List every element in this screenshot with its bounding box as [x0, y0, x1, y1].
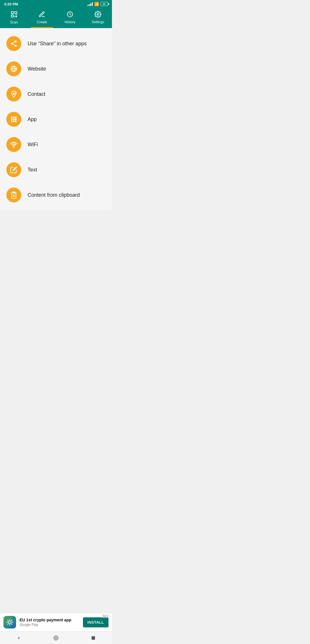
- svg-point-29: [13, 147, 14, 147]
- text-label: Text: [28, 167, 37, 173]
- list-item-wifi[interactable]: WiFi: [0, 132, 112, 157]
- wifi-icon-circle: [6, 137, 21, 152]
- status-icons: 📶 86: [88, 2, 108, 6]
- svg-rect-25: [15, 118, 16, 120]
- svg-point-10: [15, 40, 17, 42]
- contact-label: Contact: [28, 91, 45, 97]
- settings-icon: [94, 11, 101, 19]
- battery-icon: 86: [100, 2, 108, 6]
- status-bar: 4:20 PM 📶 86: [0, 0, 112, 8]
- list-item-app[interactable]: App: [0, 107, 112, 132]
- create-icon: [38, 11, 45, 19]
- signal-icon: [88, 2, 93, 6]
- tab-scan[interactable]: Scan: [0, 8, 28, 28]
- app-label: App: [28, 116, 37, 122]
- tab-create[interactable]: Create: [28, 8, 56, 28]
- svg-point-9: [97, 13, 99, 15]
- svg-rect-26: [11, 120, 12, 122]
- nav-tabs: Scan Create History Set: [0, 8, 112, 28]
- svg-rect-0: [11, 11, 13, 14]
- tab-settings-label: Settings: [92, 20, 104, 24]
- svg-point-12: [15, 45, 17, 47]
- svg-line-13: [13, 44, 15, 45]
- svg-rect-1: [15, 11, 17, 14]
- history-icon: [67, 11, 73, 19]
- clipboard-label: Content from clipboard: [28, 192, 80, 198]
- wifi-label: WiFi: [28, 142, 38, 148]
- text-icon-circle: [6, 162, 21, 177]
- svg-rect-28: [15, 120, 16, 122]
- svg-rect-22: [15, 116, 16, 118]
- main-content: Use “Share” in other apps Website Contac…: [0, 28, 112, 210]
- website-label: Website: [28, 66, 46, 72]
- list-item-contact[interactable]: Contact: [0, 81, 112, 107]
- contact-icon-circle: [6, 87, 21, 102]
- svg-rect-27: [13, 120, 14, 122]
- list-item-text[interactable]: Text: [0, 157, 112, 182]
- tab-scan-label: Scan: [10, 20, 18, 24]
- svg-rect-23: [11, 118, 12, 120]
- list-item-clipboard[interactable]: Content from clipboard: [0, 182, 112, 208]
- svg-rect-21: [13, 116, 14, 118]
- tab-history-label: History: [65, 20, 75, 24]
- share-icon-circle: [6, 36, 21, 51]
- list-item-share[interactable]: Use “Share” in other apps: [0, 31, 112, 56]
- share-label: Use “Share” in other apps: [28, 41, 87, 47]
- website-icon-circle: [6, 61, 21, 76]
- list-item-website[interactable]: Website: [0, 56, 112, 81]
- tab-settings[interactable]: Settings: [84, 8, 112, 28]
- svg-rect-20: [11, 116, 12, 118]
- app-icon-circle: [6, 112, 21, 127]
- status-time: 4:20 PM: [4, 2, 18, 6]
- clipboard-icon-circle: [6, 188, 21, 202]
- svg-rect-2: [11, 15, 13, 17]
- tab-create-label: Create: [37, 20, 47, 24]
- tab-history[interactable]: History: [56, 8, 84, 28]
- svg-point-11: [11, 43, 13, 45]
- wifi-status-icon: 📶: [94, 2, 99, 6]
- svg-line-14: [13, 42, 15, 43]
- scan-icon: [10, 11, 18, 19]
- svg-rect-24: [13, 118, 14, 120]
